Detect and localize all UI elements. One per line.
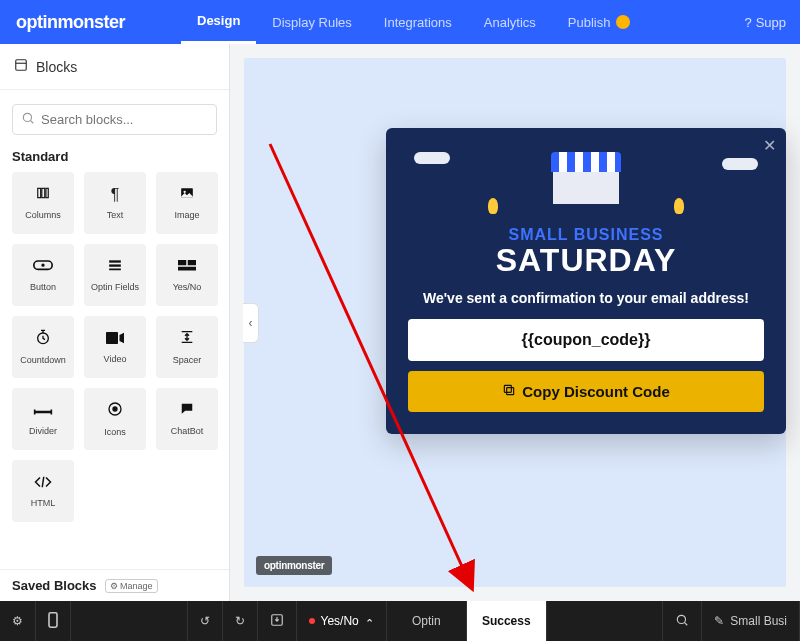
canvas[interactable]: ‹ ✕ SMALL BUSINESS SATURDAY We've sent a… <box>230 44 800 601</box>
svg-rect-9 <box>109 260 121 262</box>
saved-blocks-row: Saved Blocks ⚙ Manage <box>0 569 229 601</box>
preview-popup[interactable]: ✕ SMALL BUSINESS SATURDAY We've sent a c… <box>386 128 786 434</box>
block-text[interactable]: ¶Text <box>84 172 146 234</box>
blocks-grid: Columns ¶Text Image Button Optin Fields … <box>0 172 229 534</box>
store-icon <box>551 152 621 204</box>
svg-point-18 <box>113 407 117 411</box>
svg-rect-13 <box>188 260 196 265</box>
video-icon <box>106 330 124 348</box>
help-icon: ? <box>744 15 751 30</box>
block-yesno[interactable]: Yes/No <box>156 244 218 306</box>
settings-button[interactable]: ⚙ <box>0 601 36 641</box>
html-icon <box>34 474 52 492</box>
text-icon: ¶ <box>111 186 120 204</box>
block-html[interactable]: HTML <box>12 460 74 522</box>
svg-point-8 <box>42 264 44 266</box>
nav-tab-design[interactable]: Design <box>181 0 256 44</box>
collapse-sidebar-handle[interactable]: ‹ <box>243 303 259 343</box>
sidebar-header: Blocks <box>0 44 229 90</box>
copy-discount-button[interactable]: Copy Discount Code <box>408 371 764 412</box>
popup-title: SATURDAY <box>408 242 764 279</box>
block-video[interactable]: Video <box>84 316 146 378</box>
canvas-inner[interactable]: ‹ ✕ SMALL BUSINESS SATURDAY We've sent a… <box>244 58 786 587</box>
gear-icon: ⚙ <box>12 614 23 628</box>
chatbot-icon <box>179 402 195 420</box>
block-button[interactable]: Button <box>12 244 74 306</box>
svg-rect-2 <box>38 188 41 197</box>
chevron-left-icon: ‹ <box>249 316 253 330</box>
svg-rect-3 <box>42 188 45 197</box>
step-optin[interactable]: Optin <box>387 601 467 641</box>
block-icons[interactable]: Icons <box>84 388 146 450</box>
cloud-icon <box>722 158 758 170</box>
nav-help-link[interactable]: ? Supp <box>730 15 800 30</box>
edit-campaign-name[interactable]: ✎Small Busi <box>702 601 800 641</box>
svg-rect-4 <box>46 188 48 197</box>
brand-logo[interactable]: optinmonster <box>0 12 141 33</box>
redo-icon: ↻ <box>235 614 245 628</box>
svg-rect-12 <box>178 260 186 265</box>
block-countdown[interactable]: Countdown <box>12 316 74 378</box>
brand-text: optinmonster <box>16 12 125 33</box>
spacer-icon <box>179 329 195 349</box>
sidebar-section-title: Standard <box>0 145 229 172</box>
search-icon <box>675 613 689 630</box>
cloud-icon <box>414 152 450 164</box>
manage-saved-button[interactable]: ⚙ Manage <box>105 579 158 593</box>
sidebar: Blocks Standard Columns ¶Text Image Butt… <box>0 44 230 601</box>
bottom-bar: ⚙ ↺ ↻ Yes/No Optin Success ✎Small Busi <box>0 601 800 641</box>
block-divider[interactable]: Divider <box>12 388 74 450</box>
svg-rect-19 <box>507 387 514 394</box>
columns-icon <box>34 186 52 204</box>
nav-tab-publish[interactable]: Publish <box>552 0 647 44</box>
publish-status-dot-icon <box>616 15 630 29</box>
block-columns[interactable]: Columns <box>12 172 74 234</box>
nav-tabs: Design Display Rules Integrations Analyt… <box>181 0 646 44</box>
svg-rect-0 <box>16 60 27 71</box>
mobile-preview-button[interactable] <box>36 601 71 641</box>
svg-rect-20 <box>505 385 512 392</box>
clock-icon <box>35 329 51 349</box>
popup-confirmation: We've sent a confirmation to your email … <box>416 289 756 309</box>
svg-rect-14 <box>178 267 196 271</box>
search-campaign-button[interactable] <box>663 601 702 641</box>
download-icon <box>270 613 284 630</box>
sidebar-title: Blocks <box>36 59 77 75</box>
undo-button[interactable]: ↺ <box>188 601 223 641</box>
block-image[interactable]: Image <box>156 172 218 234</box>
button-icon <box>33 258 53 276</box>
step-success[interactable]: Success <box>467 601 547 641</box>
svg-point-6 <box>184 191 186 193</box>
divider-icon <box>33 402 53 420</box>
mobile-icon <box>48 612 58 631</box>
save-button[interactable] <box>258 601 297 641</box>
saved-blocks-title: Saved Blocks <box>12 578 97 593</box>
step-yesno[interactable]: Yes/No <box>297 601 387 641</box>
svg-rect-10 <box>109 264 121 266</box>
search-input-wrap[interactable] <box>12 104 217 135</box>
block-spacer[interactable]: Spacer <box>156 316 218 378</box>
coupon-code-box[interactable]: {{coupon_code}} <box>408 319 764 361</box>
top-nav: optinmonster Design Display Rules Integr… <box>0 0 800 44</box>
yesno-icon <box>178 258 196 276</box>
close-icon[interactable]: ✕ <box>763 136 776 155</box>
fields-icon <box>106 258 124 276</box>
svg-rect-11 <box>109 269 121 271</box>
nav-tab-analytics[interactable]: Analytics <box>468 0 552 44</box>
redo-button[interactable]: ↻ <box>223 601 258 641</box>
image-icon <box>179 186 195 204</box>
block-chatbot[interactable]: ChatBot <box>156 388 218 450</box>
svg-point-24 <box>678 615 686 623</box>
undo-icon: ↺ <box>200 614 210 628</box>
popup-illustration <box>408 146 764 216</box>
nav-tab-integrations[interactable]: Integrations <box>368 0 468 44</box>
svg-rect-22 <box>49 612 57 626</box>
blocks-icon <box>14 58 28 75</box>
nav-tab-display-rules[interactable]: Display Rules <box>256 0 367 44</box>
main-area: Blocks Standard Columns ¶Text Image Butt… <box>0 44 800 601</box>
search-input[interactable] <box>41 112 209 127</box>
tree-icon <box>674 198 684 214</box>
block-optin-fields[interactable]: Optin Fields <box>84 244 146 306</box>
tree-icon <box>488 198 498 214</box>
status-dot-icon <box>309 618 315 624</box>
